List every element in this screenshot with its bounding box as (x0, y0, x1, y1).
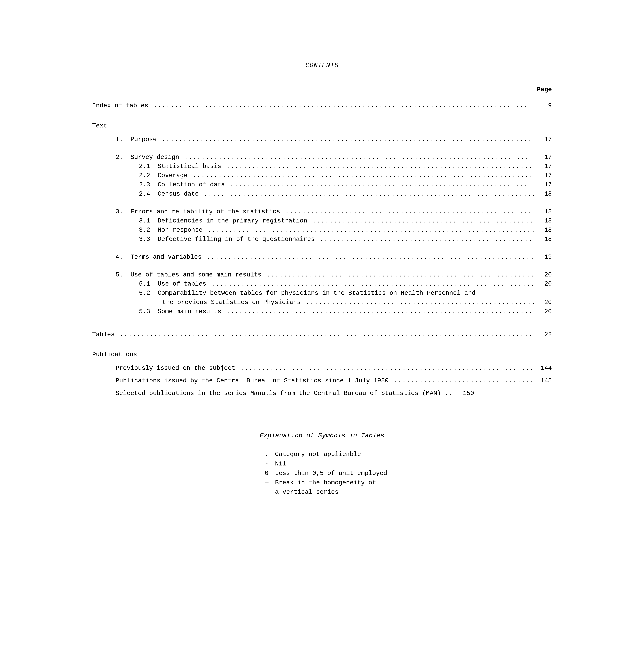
toc-number: 2.3. (139, 180, 158, 189)
toc-label: Defective filling in of the questionnair… (158, 235, 318, 244)
toc-leader-dots: ........................................… (284, 208, 533, 216)
toc-number: 5. (116, 271, 130, 279)
toc-page-number: 18 (533, 235, 552, 244)
toc-page-number: 18 (533, 190, 552, 198)
symbol-key: 0 (257, 469, 275, 478)
toc-number: 3.3. (139, 235, 158, 244)
toc-page-number: 144 (533, 364, 552, 373)
toc-page-number: 18 (533, 226, 552, 234)
toc-label: Deficiencies in the primary registration (158, 217, 311, 225)
toc-label: Purpose (130, 135, 160, 144)
symbols-title: Explanation of Symbols in Tables (92, 431, 552, 440)
toc-page-number: 145 (533, 377, 552, 385)
toc-row: 5.3. Some main results .................… (92, 307, 552, 316)
toc-number: 2.4. (139, 190, 158, 198)
toc-leader-dots: ........................................… (206, 226, 534, 234)
toc-number: 5.3. (139, 307, 158, 316)
toc-row: 1. Purpose .............................… (92, 135, 552, 144)
toc-label: Use of tables and some main results (130, 271, 265, 279)
toc-page-number: 20 (533, 280, 552, 288)
toc-leader-dots: ........................................… (225, 162, 533, 171)
page: CONTENTS Page Index of tables ..........… (0, 0, 644, 649)
toc-page-number: 17 (533, 162, 552, 171)
toc-row: 2.2. Coverage ..........................… (92, 171, 552, 180)
toc-leader-dots: ........................................… (161, 135, 533, 144)
toc-page-number: 150 (456, 389, 474, 398)
toc-row: Previously issued on the subject .......… (92, 364, 552, 373)
toc-number: 2. (116, 153, 130, 162)
toc-leader-dots: ........................................… (311, 217, 533, 225)
toc-leader-dots: ........................................… (304, 298, 533, 307)
toc-row-tables: Tables .................................… (92, 330, 552, 339)
toc-leader-dots: ........................................… (210, 280, 533, 288)
toc-leader-dots: ........................................… (229, 180, 533, 189)
symbol-key: . (257, 450, 275, 459)
toc-row: 3.3. Defective filling in of the questio… (92, 235, 552, 244)
toc-number: 1. (116, 135, 130, 144)
symbol-row: - Nil (257, 460, 387, 468)
symbol-row: . Category not applicable (257, 450, 387, 459)
toc-row: 3.1. Deficiencies in the primary registr… (92, 217, 552, 225)
toc-number: 5.1. (139, 280, 158, 288)
toc-leader-dots: ........................................… (183, 153, 533, 162)
toc-row: 2.4. Census date .......................… (92, 190, 552, 198)
toc-page-number: 22 (533, 330, 552, 339)
toc-label: Selected publications in the series Manu… (116, 389, 456, 398)
content-area: CONTENTS Page Index of tables ..........… (92, 61, 552, 499)
toc-label: Some main results (158, 307, 225, 316)
toc-row: 5.2. Comparability between tables for ph… (92, 289, 552, 297)
toc-label: Survey design (130, 153, 183, 162)
toc-label: Terms and variables (130, 253, 205, 261)
symbol-key: - (257, 460, 275, 468)
toc-leader-dots: ........................................… (225, 307, 533, 316)
symbols-list: . Category not applicable - Nil 0 Less t… (257, 449, 387, 497)
symbol-description: Break in the homogeneity of (275, 479, 376, 487)
toc-number: 5.2. (139, 289, 158, 297)
symbol-description: Category not applicable (275, 450, 361, 459)
symbol-row: 0 Less than 0,5 of unit employed (257, 469, 387, 478)
symbol-row: — Break in the homogeneity of (257, 479, 387, 487)
toc-number: 3. (116, 208, 130, 216)
toc-label: Census date (158, 190, 203, 198)
symbol-description: a vertical series (275, 488, 339, 496)
toc-label: Tables (92, 330, 118, 339)
toc-leader-dots: ........................................… (239, 364, 533, 373)
toc-page-number: 18 (533, 208, 552, 216)
toc-leader-dots: ........................................… (191, 171, 533, 180)
toc-leader-dots: ........................................… (152, 101, 533, 110)
toc-label: Previously issued on the subject (116, 364, 239, 373)
symbol-description: Nil (275, 460, 286, 468)
toc-label: Coverage (158, 171, 191, 180)
toc-label: Errors and reliability of the statistics (130, 208, 284, 216)
page-column-header: Page (92, 85, 552, 94)
toc-leader-dots: ........................................… (318, 235, 533, 244)
toc-page-number: 19 (533, 253, 552, 261)
toc-row: Selected publications in the series Manu… (92, 389, 552, 398)
toc-number: 4. (116, 253, 130, 261)
toc-label: the previous Statistics on Physicians (162, 298, 304, 307)
toc-label: Collection of data (158, 180, 229, 189)
toc-page-number: 20 (533, 271, 552, 279)
toc-number: 2.2. (139, 171, 158, 180)
toc-leader-dots: ........................................… (265, 271, 533, 279)
contents-title: CONTENTS (92, 61, 552, 70)
toc-row: 5.1. Use of tables .....................… (92, 280, 552, 288)
toc-page-number: 20 (533, 298, 552, 307)
toc-row: 2.3. Collection of data ................… (92, 180, 552, 189)
toc-label: Comparability between tables for physici… (158, 289, 475, 297)
toc-row: 4. Terms and variables .................… (92, 253, 552, 261)
toc-label: Index of tables (92, 101, 152, 110)
symbol-row: a vertical series (257, 488, 387, 496)
toc-page-number: 17 (533, 153, 552, 162)
symbol-key (257, 488, 275, 496)
symbol-key: — (257, 479, 275, 487)
toc-row: 2.1. Statistical basis .................… (92, 162, 552, 171)
toc-row-index-of-tables: Index of tables ........................… (92, 101, 552, 110)
toc-leader-dots: ........................................… (118, 330, 533, 339)
toc-page-number: 20 (533, 307, 552, 316)
toc-leader-dots: ........................................… (392, 377, 533, 385)
toc-label: Use of tables (158, 280, 210, 288)
toc-row: 2. Survey design .......................… (92, 153, 552, 162)
toc-page-number: 9 (533, 101, 552, 110)
toc-leader-dots: ........................................… (205, 253, 533, 261)
